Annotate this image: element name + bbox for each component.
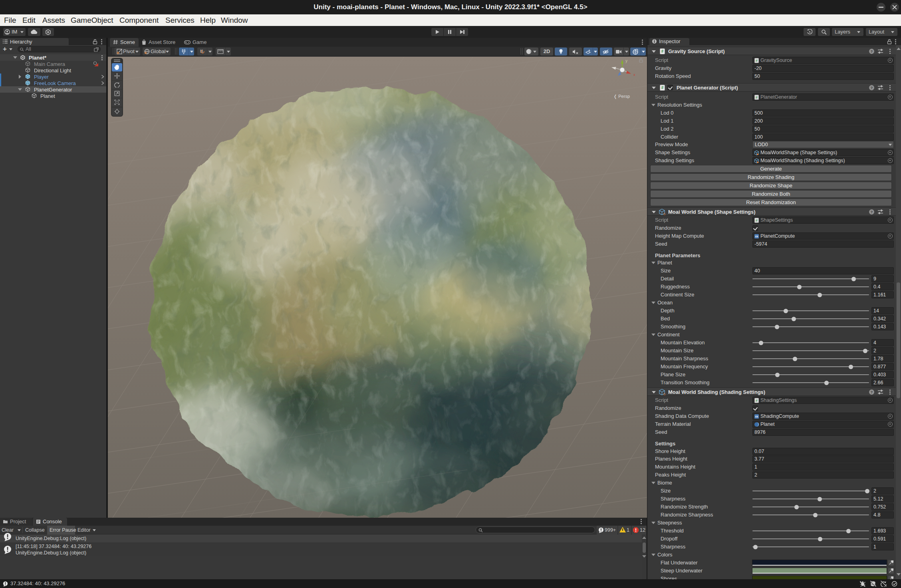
svg-text:#: # — [756, 219, 758, 222]
svg-text:#: # — [661, 49, 664, 54]
svg-text:y: y — [625, 59, 627, 63]
svg-text:cs: cs — [755, 415, 758, 418]
svg-text:{}: {} — [663, 392, 665, 395]
svg-text:#: # — [756, 399, 758, 403]
svg-text:{}: {} — [663, 212, 665, 215]
svg-text:?: ? — [871, 210, 873, 214]
svg-text:?: ? — [871, 390, 873, 394]
svg-text:#: # — [756, 59, 758, 63]
svg-text:?: ? — [871, 49, 873, 54]
svg-text:#: # — [756, 95, 758, 99]
svg-text:cs: cs — [755, 235, 758, 238]
svg-text:#: # — [661, 85, 664, 90]
svg-text:x: x — [633, 73, 635, 77]
svg-text:?: ? — [871, 85, 873, 90]
